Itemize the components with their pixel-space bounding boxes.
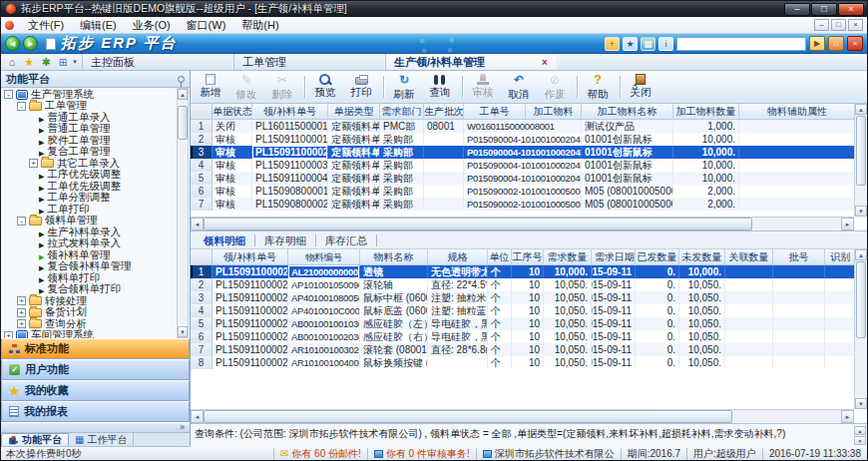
- scroll-up-icon[interactable]: ▲: [178, 89, 188, 100]
- scroll-down-icon[interactable]: ▼: [854, 436, 866, 445]
- tree-item[interactable]: + 备货计划: [1, 307, 176, 319]
- detail-row[interactable]: 2 PL15091100002 AP1010010500900 滚轮轴 直径: …: [191, 278, 854, 291]
- detail-row[interactable]: 3 PL15091100002 AP4010010800500 鼠标中框 (06…: [191, 291, 854, 304]
- scroll-left-icon[interactable]: ◄: [191, 410, 204, 423]
- column-header[interactable]: 单据类型: [328, 104, 380, 119]
- table-row[interactable]: 7 审核 PL15090800002 定额领料单 采购部 P015090002-…: [191, 198, 854, 211]
- panel-collapse-strip[interactable]: »: [1, 422, 190, 432]
- column-header[interactable]: 已发数量: [636, 249, 679, 264]
- tree-expander-icon[interactable]: +: [17, 319, 26, 328]
- toolbar-button[interactable]: 删除: [264, 72, 300, 102]
- column-header[interactable]: 物料辅助属性: [739, 104, 856, 119]
- detail-row[interactable]: 4 PL15091100002 AP4010010C00000 鼠标底盖 (06…: [191, 304, 854, 317]
- hscroll-thumb[interactable]: [204, 218, 752, 230]
- tree-expander-icon[interactable]: +: [17, 296, 26, 305]
- sidebar-panel-button[interactable]: 我的收藏: [1, 380, 190, 401]
- column-header[interactable]: 领/补料单号: [252, 104, 328, 119]
- detail-tab[interactable]: 库存明细: [255, 234, 316, 246]
- scrollbar-thumb[interactable]: [178, 106, 188, 140]
- column-header[interactable]: 单据状态: [213, 104, 252, 119]
- scroll-down-icon[interactable]: ▼: [855, 206, 867, 217]
- minimize-button[interactable]: –: [784, 3, 810, 16]
- scroll-left-icon[interactable]: ◄: [191, 218, 204, 230]
- toolbar-button[interactable]: [300, 72, 307, 102]
- tree-expander-icon[interactable]: +: [17, 308, 26, 317]
- scroll-right-icon[interactable]: ►: [841, 218, 854, 230]
- toolbar-button[interactable]: 修改: [228, 72, 264, 102]
- toolbar-button[interactable]: 关闭: [623, 72, 658, 102]
- dropdown-caret-icon[interactable]: ▼: [72, 59, 78, 65]
- menu-item[interactable]: 帮助(H): [233, 17, 286, 34]
- nav-tab[interactable]: 工单管理: [233, 54, 385, 70]
- mdi-minimize-button[interactable]: –: [814, 19, 829, 31]
- table-row[interactable]: 1 关闭 PL16011500001 定额领料单 PMC部 08001 W016…: [191, 120, 854, 133]
- status-mail[interactable]: ✉ 你有 60 份邮件!: [273, 447, 367, 460]
- table-row[interactable]: 6 审核 PL15090800001 定额领料单 采购部 P015090002-…: [191, 185, 854, 198]
- home-icon[interactable]: ⌂: [4, 54, 21, 70]
- close-button[interactable]: ×: [838, 3, 864, 16]
- menu-item[interactable]: 窗口(W): [179, 17, 234, 34]
- tree-item[interactable]: + 车间管理系统: [1, 330, 176, 339]
- mdi-restore-button[interactable]: □: [831, 19, 846, 31]
- menu-item[interactable]: 文件(F): [20, 17, 72, 34]
- back-button[interactable]: ◀: [5, 36, 20, 51]
- sidebar-panel-button[interactable]: 我的报表: [1, 401, 190, 422]
- toolbar-button[interactable]: 预览: [307, 72, 343, 102]
- orders-hscrollbar[interactable]: ◄ ►: [191, 217, 854, 230]
- detail-row[interactable]: 1 PL15091100002 AL210000000000 透镜 无色透明带太…: [191, 265, 854, 278]
- column-header[interactable]: 识别: [825, 249, 856, 264]
- toolbar-button[interactable]: [458, 72, 465, 102]
- tree-expander-icon[interactable]: +: [4, 331, 13, 338]
- column-header[interactable]: 物料编号: [288, 249, 360, 264]
- star-icon[interactable]: ★: [623, 37, 638, 51]
- toolbar-button[interactable]: [616, 72, 623, 102]
- sidebar-bottom-tab[interactable]: ▦ 功能平台: [1, 433, 69, 446]
- vscroll-thumb[interactable]: [856, 116, 866, 186]
- sidebar-panel-button[interactable]: 标准功能: [1, 338, 190, 359]
- scroll-down-icon[interactable]: ▼: [178, 326, 188, 337]
- exit-button[interactable]: ×: [847, 36, 863, 51]
- detail-row[interactable]: 8 PL15091100002 AR1010010040000 鼠标换频按键 (…: [191, 356, 854, 369]
- column-header[interactable]: 工单号: [464, 104, 526, 119]
- hscroll-track[interactable]: [204, 218, 841, 230]
- scroll-down-icon[interactable]: ▼: [855, 398, 867, 409]
- tree-item[interactable]: + 转接处理: [1, 295, 176, 307]
- toolbar-button[interactable]: [573, 72, 580, 102]
- tree-scrollbar[interactable]: ▲ ▼: [177, 88, 189, 338]
- maximize-button[interactable]: □: [811, 3, 837, 16]
- scroll-up-icon[interactable]: ▲: [855, 104, 867, 115]
- toolbar-button[interactable]: 查询: [422, 72, 458, 102]
- pin-icon[interactable]: [178, 76, 185, 83]
- nav-tab[interactable]: 生产领/补料单管理 ×: [385, 54, 557, 70]
- column-header[interactable]: 工序号: [512, 249, 544, 264]
- detail-hscrollbar[interactable]: ◄ ►: [191, 409, 854, 423]
- toolbar-button[interactable]: 取消: [501, 72, 537, 102]
- detail-tab[interactable]: 库存汇总: [316, 234, 377, 246]
- scroll-up-icon[interactable]: ▲: [855, 249, 867, 260]
- favorites-star-icon[interactable]: ★: [21, 54, 38, 70]
- toolbar-button[interactable]: 打印: [343, 72, 379, 102]
- nav-tab[interactable]: 主控面板: [82, 54, 233, 70]
- sidebar-panel-button[interactable]: 用户功能: [1, 359, 190, 380]
- scroll-right-icon[interactable]: ►: [841, 410, 854, 423]
- add-favorite-icon[interactable]: +: [605, 37, 620, 51]
- hscroll-track[interactable]: [204, 410, 841, 423]
- table-row[interactable]: 5 审核 PL15091100004 定额领料单 采购部 P015090004-…: [191, 172, 854, 185]
- toolbar-button[interactable]: 新增: [193, 72, 228, 102]
- toolbar-button[interactable]: [379, 72, 386, 102]
- detail-row[interactable]: 5 PL15091100002 AB0010010010300 感应硅胶（左）0…: [191, 317, 854, 330]
- forward-button[interactable]: ▶: [23, 36, 38, 51]
- image-icon[interactable]: ▦: [641, 37, 655, 51]
- table-row[interactable]: 4 审核 PL15091100003 定额领料单 采购部 P015090004-…: [191, 159, 854, 172]
- go-button[interactable]: ▶: [809, 36, 825, 51]
- info-balloon-icon[interactable]: i: [658, 37, 673, 51]
- column-header[interactable]: 物料名称: [360, 249, 428, 264]
- tree-expander-icon[interactable]: +: [29, 159, 38, 168]
- column-header[interactable]: 需求部门: [380, 104, 424, 119]
- toolbar-button[interactable]: 作废: [537, 72, 573, 102]
- sidebar-bottom-tab[interactable]: ▦ 工作平台: [69, 433, 134, 446]
- tree-item[interactable]: - 生产管理系统: [1, 89, 176, 101]
- tab-close-icon[interactable]: ×: [542, 57, 548, 68]
- column-header[interactable]: 加工物料: [526, 104, 582, 119]
- detail-row[interactable]: 7 PL15091100002 AR1010010030200 滚轮套 (080…: [191, 343, 854, 356]
